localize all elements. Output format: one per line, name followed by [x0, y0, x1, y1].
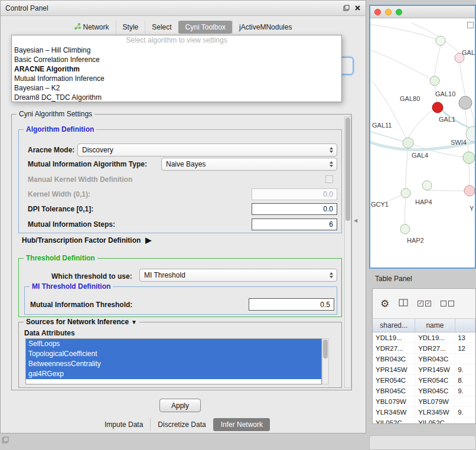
- network-tab-icon: [74, 23, 81, 31]
- network-node[interactable]: [464, 185, 475, 196]
- attribute-item-betweennesscentrality[interactable]: BetweennessCentrality: [26, 359, 321, 369]
- mi-steps-field[interactable]: 6: [252, 219, 337, 230]
- table-row[interactable]: YBL079WYBL079W: [373, 396, 475, 407]
- table-row[interactable]: YBR043CYBR043C: [373, 354, 475, 364]
- manual-kernel-checkbox[interactable]: [325, 175, 333, 183]
- apply-button[interactable]: Apply: [159, 399, 201, 412]
- birdseye-toggle-icon[interactable]: [467, 22, 474, 28]
- algorithm-option-basic-correlation-inference[interactable]: Basic Correlation Inference: [12, 55, 341, 64]
- table-cell: 9.: [455, 386, 475, 396]
- chevron-right-icon: ▶: [145, 236, 151, 244]
- column-header-shared-[interactable]: shared...: [373, 319, 415, 332]
- network-window-titlebar[interactable]: [370, 6, 475, 18]
- table-cell: YDL19...: [373, 332, 415, 343]
- column-header-name[interactable]: name: [415, 319, 455, 332]
- minimize-button[interactable]: [385, 9, 392, 15]
- network-node[interactable]: [430, 76, 439, 86]
- table-cell: YBR045C: [373, 386, 415, 396]
- table-cell: YDL19...: [415, 332, 455, 343]
- dropdown-placeholder: Select algorithm to view settings: [12, 35, 341, 45]
- close-button[interactable]: [374, 9, 381, 15]
- node-label: SWI4: [451, 139, 467, 146]
- settings-scrollbar[interactable]: [344, 116, 351, 388]
- attributes-scrollbar[interactable]: [322, 338, 329, 384]
- network-node[interactable]: [401, 188, 410, 198]
- tab-style[interactable]: Style: [116, 21, 145, 34]
- control-panel-titlebar[interactable]: Control Panel: [1, 1, 366, 16]
- table-cell: [455, 354, 475, 364]
- columns-icon[interactable]: [399, 298, 408, 309]
- network-edge: [406, 148, 408, 188]
- table-cell: YBR043C: [373, 354, 415, 364]
- settings-scrollbar-thumb[interactable]: [345, 118, 350, 221]
- zoom-button[interactable]: [396, 9, 402, 15]
- node-label: GAL11: [372, 122, 392, 129]
- close-icon[interactable]: [354, 3, 361, 14]
- table-cell: 9.: [455, 364, 475, 374]
- bottom-tab-impute-data[interactable]: Impute Data: [97, 418, 150, 431]
- network-view-window[interactable]: GAL80GAL10GAL11GAL1SWI4GAL4GCY1HAP4HAP2G…: [369, 5, 476, 269]
- hub-definition-expander[interactable]: Hub/Transcription Factor Definition ▶: [22, 236, 151, 244]
- network-node[interactable]: [403, 138, 413, 148]
- threshold-definition-title: Threshold Definition: [24, 254, 97, 262]
- network-node[interactable]: [422, 181, 432, 190]
- table-row[interactable]: YDL19...YDL19...13: [373, 332, 475, 343]
- algorithm-option-aracne-algorithm[interactable]: ARACNE Algorithm: [12, 64, 341, 74]
- split-pane-collapse-icon[interactable]: ◀: [354, 218, 357, 223]
- table-cell: YDR27...: [415, 343, 455, 353]
- table-panel-title: Table Panel: [375, 275, 412, 283]
- restore-panel-icon[interactable]: [2, 435, 9, 446]
- column-header-2[interactable]: [455, 319, 476, 332]
- gear-icon[interactable]: ⚙: [380, 299, 389, 309]
- attribute-item-selfloops[interactable]: SelfLoops: [26, 339, 321, 349]
- table-row[interactable]: YPR145WYPR145W9.: [373, 364, 475, 375]
- table-row[interactable]: YER054CYER054C8.: [373, 375, 475, 386]
- mi-type-select[interactable]: Naive Bayes: [161, 158, 337, 171]
- table-cell: YBR043C: [415, 354, 455, 364]
- tab-select[interactable]: Select: [145, 21, 178, 34]
- tab-jactivemnodules[interactable]: jActiveMNodules: [232, 21, 298, 34]
- table-row[interactable]: YBR045CYBR045C9.: [373, 386, 475, 396]
- tab-network[interactable]: Network: [68, 21, 116, 34]
- table-row[interactable]: YIL052CYIL052C: [373, 418, 475, 424]
- attribute-item-gal4rgexp[interactable]: gal4RGexp: [26, 369, 321, 379]
- float-window-icon[interactable]: [343, 3, 350, 14]
- attribute-item-topologicalcoefficient[interactable]: TopologicalCoefficient: [26, 349, 321, 359]
- network-node[interactable]: [463, 152, 475, 164]
- network-node[interactable]: [459, 96, 472, 109]
- table-cell: [455, 418, 475, 424]
- network-node[interactable]: [436, 36, 445, 45]
- algorithm-option-mutual-information-inference[interactable]: Mutual Information Inference: [12, 74, 341, 83]
- network-node[interactable]: [400, 224, 410, 234]
- kernel-width-label: Kernel Width (0,1):: [28, 190, 90, 198]
- network-canvas[interactable]: GAL80GAL10GAL11GAL1SWI4GAL4GCY1HAP4HAP2G…: [370, 18, 475, 269]
- dpi-tolerance-field[interactable]: 0.0: [252, 203, 337, 215]
- sources-group-title[interactable]: Sources for Network Inference▼: [24, 318, 139, 326]
- network-edge: [370, 24, 441, 41]
- window-title: Control Panel: [5, 4, 48, 12]
- table-cell: YPR145W: [373, 364, 415, 374]
- aracne-mode-label: Aracne Mode:: [28, 146, 74, 154]
- table-row[interactable]: YLR345WYLR345W9.: [373, 407, 475, 418]
- mi-threshold-field[interactable]: 0.5: [249, 298, 334, 311]
- bottom-tab-infer-network[interactable]: Infer Network: [213, 418, 270, 431]
- which-threshold-select[interactable]: MI Threshold: [139, 269, 337, 282]
- bottom-tab-discretize-data[interactable]: Discretize Data: [150, 418, 213, 431]
- algorithm-option-bayesian-hill-climbing[interactable]: Bayesian – Hill Climbing: [12, 45, 341, 55]
- table-body: YDL19...YDL19...13YDR27...YDR27...12YBR0…: [373, 332, 475, 424]
- node-label: Y: [470, 205, 474, 212]
- network-node[interactable]: [432, 102, 443, 113]
- bottom-tabs: Impute DataDiscretize DataInfer Network: [1, 418, 367, 431]
- kernel-width-field[interactable]: 0.0: [252, 188, 337, 200]
- algorithm-option-dream8-dc-tdc-algorithm[interactable]: Dream8 DC_TDC Algorithm: [12, 93, 341, 102]
- table-toolbar: ⚙ ✓✓: [373, 289, 475, 319]
- attributes-scrollbar-thumb[interactable]: [323, 340, 328, 358]
- deselect-all-rows-icon[interactable]: [441, 301, 454, 306]
- tab-cyni-toolbox[interactable]: Cyni Toolbox: [178, 21, 232, 34]
- algorithm-option-bayesian-k2[interactable]: Bayesian – K2: [12, 83, 341, 93]
- select-all-rows-icon[interactable]: ✓✓: [418, 301, 431, 306]
- table-row[interactable]: YDR27...YDR27...12: [373, 343, 475, 354]
- desktop: Control Panel NetworkStyleSelectCyni Too…: [0, 0, 476, 450]
- table-cell: 9.: [455, 407, 475, 417]
- aracne-mode-select[interactable]: Discovery: [77, 144, 337, 156]
